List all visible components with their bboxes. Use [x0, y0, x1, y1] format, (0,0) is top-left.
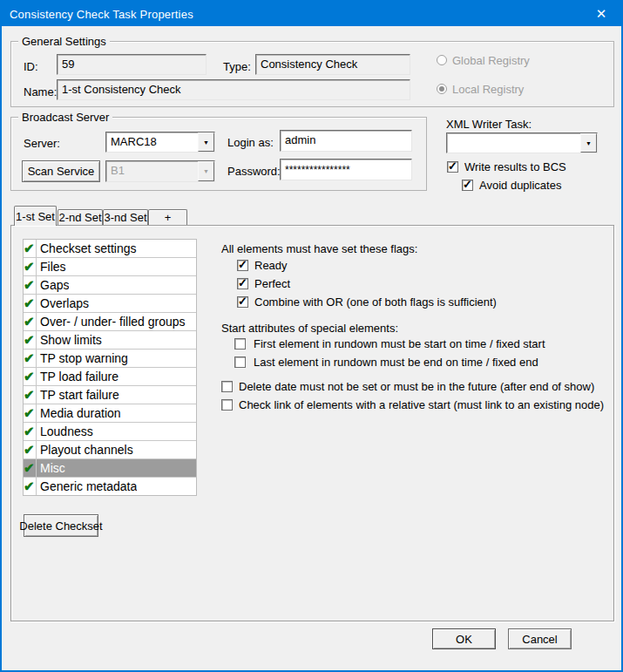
list-item-label: Media duration: [37, 406, 121, 420]
check-icon: ✓: [238, 258, 247, 271]
list-item-label: Overlaps: [37, 296, 89, 310]
check-cell: ✔: [24, 404, 37, 422]
check-cell: ✔: [24, 240, 37, 257]
list-item-over-under-filled-groups[interactable]: ✔Over- / under- filled groups: [24, 313, 196, 331]
general-settings-legend: General Settings: [18, 35, 110, 48]
check-cell: ✔: [24, 441, 37, 458]
id-label: ID:: [24, 60, 38, 73]
first-element-label: First element in rundown must be start o…: [254, 337, 545, 350]
type-label: Type:: [223, 60, 251, 73]
tab-label: 1-st Set: [16, 210, 55, 223]
ok-label: OK: [456, 633, 472, 646]
service-combo-value: B1: [106, 161, 198, 181]
type-field[interactable]: Consistency Check: [255, 54, 410, 75]
list-item-tp-start-failure[interactable]: ✔TP start failure: [24, 386, 196, 404]
check-cell: ✔: [24, 478, 37, 495]
close-button[interactable]: ✕: [581, 2, 621, 26]
general-settings-group: General Settings ID: 59 Type: Consistenc…: [10, 41, 614, 107]
list-item-misc[interactable]: ✔Misc: [24, 459, 196, 478]
close-icon: ✕: [596, 6, 607, 22]
ok-button[interactable]: OK: [432, 628, 496, 649]
list-item-gaps[interactable]: ✔Gaps: [24, 276, 196, 295]
password-field[interactable]: ****************: [280, 159, 412, 180]
check-cell: ✔: [24, 276, 37, 294]
tab-3rd-set[interactable]: 3-nd Set: [103, 209, 148, 225]
login-field[interactable]: admin: [280, 130, 412, 152]
tab-2nd-set[interactable]: 2-nd Set: [58, 209, 103, 225]
dropdown-icon: ▼: [203, 139, 209, 146]
local-registry-radio[interactable]: [437, 84, 447, 94]
tab-label: +: [165, 211, 172, 224]
tab-label: 3-nd Set: [104, 211, 146, 224]
green-check-icon: ✔: [24, 442, 35, 457]
xml-writer-task-label: XML Writer Task:: [446, 118, 532, 131]
broadcast-server-group: Broadcast Server Server: MARC18 ▼ Login …: [10, 117, 427, 191]
list-item-files[interactable]: ✔Files: [24, 258, 196, 276]
avoid-duplicates-label: Avoid duplicates: [479, 179, 561, 192]
green-check-icon: ✔: [24, 259, 35, 274]
avoid-duplicates-checkbox[interactable]: ✓: [462, 180, 473, 191]
server-combo[interactable]: MARC18 ▼: [105, 132, 215, 153]
list-item-loudness[interactable]: ✔Loudness: [24, 423, 196, 441]
server-combo-arrow[interactable]: ▼: [198, 132, 214, 152]
check-link-checkbox[interactable]: [221, 399, 233, 411]
green-check-icon: ✔: [24, 369, 35, 384]
broadcast-server-legend: Broadcast Server: [18, 111, 112, 124]
server-label: Server:: [24, 137, 60, 150]
check-icon: ✓: [238, 276, 247, 289]
first-element-checkbox[interactable]: [234, 338, 246, 350]
list-item-playout-channels[interactable]: ✔Playout channels: [24, 441, 196, 459]
type-value: Consistency Check: [261, 58, 357, 71]
combine-or-checkbox[interactable]: ✓: [237, 296, 248, 308]
title-bar[interactable]: Consistency Check Task Properties ✕: [2, 2, 621, 26]
service-combo[interactable]: B1 ▼: [105, 160, 215, 182]
tab-add-set[interactable]: +: [148, 209, 187, 225]
green-check-icon: ✔: [24, 277, 35, 292]
list-item-label: Over- / under- filled groups: [37, 315, 186, 329]
check-link-label: Check link of elements with a relative s…: [239, 398, 604, 411]
window-title: Consistency Check Task Properties: [2, 8, 193, 21]
server-combo-value: MARC18: [106, 132, 198, 152]
global-registry-radio[interactable]: [437, 55, 447, 65]
write-results-checkbox[interactable]: ✓: [447, 161, 458, 173]
password-label: Password:: [227, 165, 281, 178]
scan-service-button[interactable]: Scan Service: [22, 160, 100, 182]
list-item-label: Playout channels: [37, 443, 133, 457]
check-icon: ✓: [463, 178, 472, 191]
last-element-checkbox[interactable]: [234, 356, 246, 368]
check-cell: ✔: [24, 368, 37, 385]
check-cell: ✔: [24, 313, 37, 330]
list-item-overlaps[interactable]: ✔Overlaps: [24, 295, 196, 313]
delete-date-checkbox[interactable]: [221, 381, 233, 392]
last-element-label: Last element in rundown must be end on t…: [254, 356, 538, 369]
name-value: 1-st Consistency Check: [62, 83, 181, 96]
check-cell: ✔: [24, 459, 37, 477]
xml-writer-task-value: [447, 133, 580, 153]
list-item-tp-load-failure[interactable]: ✔TP load failure: [24, 368, 196, 386]
ready-label: Ready: [254, 259, 288, 272]
local-registry-label: Local Registry: [452, 83, 524, 96]
list-item-media-duration[interactable]: ✔Media duration: [24, 404, 196, 423]
cancel-label: Cancel: [522, 633, 557, 646]
delete-checkset-label: Delete Checkset: [19, 519, 102, 533]
password-value: ****************: [285, 164, 350, 176]
list-item-show-limits[interactable]: ✔Show limits: [24, 331, 196, 350]
name-field[interactable]: 1-st Consistency Check: [57, 79, 410, 100]
combine-or-label: Combine with OR (one of both flags is su…: [254, 295, 497, 309]
list-item-tp-stop-warning[interactable]: ✔TP stop warning: [24, 350, 196, 368]
list-item-checkset-settings[interactable]: ✔Checkset settings: [24, 240, 196, 258]
delete-checkset-button[interactable]: Delete Checkset: [24, 514, 98, 537]
green-check-icon: ✔: [24, 241, 35, 255]
green-check-icon: ✔: [24, 295, 35, 310]
ready-checkbox[interactable]: ✓: [237, 260, 248, 271]
check-cell: ✔: [24, 331, 37, 349]
tab-1st-set[interactable]: 1-st Set: [14, 206, 57, 226]
list-item-generic-metadata[interactable]: ✔Generic metadata: [24, 478, 196, 495]
id-field[interactable]: 59: [57, 54, 207, 75]
name-label: Name:: [24, 85, 57, 98]
xml-writer-task-combo[interactable]: ▼: [446, 132, 598, 153]
cancel-button[interactable]: Cancel: [508, 628, 572, 649]
perfect-checkbox[interactable]: ✓: [237, 278, 248, 289]
xml-writer-task-arrow[interactable]: ▼: [580, 133, 597, 153]
green-check-icon: ✔: [24, 479, 35, 493]
